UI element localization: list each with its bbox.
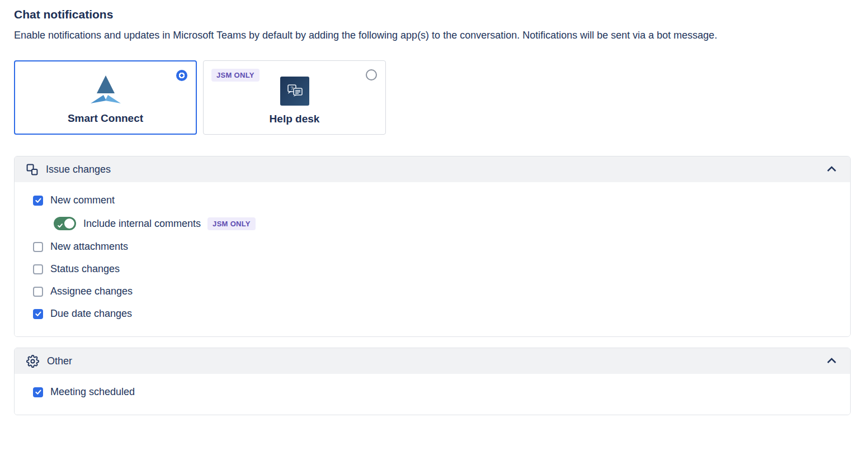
option-label: Include internal comments [83,218,201,230]
option-label: New attachments [50,241,128,253]
page-description: Enable notifications and updates in Micr… [14,27,817,44]
toggle-include-internal-comments[interactable] [54,217,76,230]
checkbox-status-changes[interactable] [33,264,43,274]
check-icon [57,221,63,231]
option-meeting-scheduled[interactable]: Meeting scheduled [33,386,839,398]
option-label: Meeting scheduled [50,386,135,398]
section-other: Other Meeting scheduled [14,348,851,415]
option-due-date-changes[interactable]: Due date changes [33,308,839,320]
toggle-knob [64,218,74,229]
checkbox-meeting-scheduled[interactable] [33,387,43,397]
section-body-other: Meeting scheduled [15,374,850,415]
option-label: Assignee changes [50,286,133,297]
section-body-issue-changes: New comment Include internal comments JS… [15,182,850,336]
checkbox-due-date-changes[interactable] [33,309,43,319]
checkbox-new-attachments[interactable] [33,242,43,252]
app-card-smart-connect[interactable]: Smart Connect [14,60,197,135]
checkbox-new-comment[interactable] [33,196,43,206]
section-issue-changes: Issue changes New comment Include intern… [14,156,851,337]
app-card-label: Smart Connect [68,112,143,125]
section-title: Other [47,355,825,367]
app-cards: Smart Connect JSM ONLY ? [14,60,851,135]
jsm-only-badge: JSM ONLY [211,69,260,82]
jsm-only-badge: JSM ONLY [207,217,256,230]
app-card-help-desk[interactable]: JSM ONLY ? Help desk [203,60,386,135]
option-new-comment[interactable]: New comment [33,194,839,206]
smart-connect-logo-icon [89,75,122,107]
option-include-internal-comments[interactable]: Include internal comments JSM ONLY [54,217,839,230]
section-header-other[interactable]: Other [15,348,850,374]
option-label: Due date changes [50,308,132,320]
section-title: Issue changes [46,164,825,175]
option-new-attachments[interactable]: New attachments [33,241,839,253]
option-label: Status changes [50,263,120,275]
option-assignee-changes[interactable]: Assignee changes [33,286,839,297]
option-label: New comment [50,194,115,206]
chevron-up-icon[interactable] [825,163,838,176]
help-desk-logo-icon: ? [280,77,309,108]
svg-text:?: ? [290,86,293,91]
radio-smart-connect[interactable] [176,70,187,81]
chevron-up-icon[interactable] [825,354,838,368]
app-card-label: Help desk [270,113,320,125]
issues-icon [26,164,38,175]
option-status-changes[interactable]: Status changes [33,263,839,275]
gear-icon [26,355,39,368]
page-title: Chat notifications [14,8,851,21]
checkbox-assignee-changes[interactable] [33,287,43,297]
radio-help-desk[interactable] [366,69,377,80]
section-header-issue-changes[interactable]: Issue changes [15,156,850,182]
